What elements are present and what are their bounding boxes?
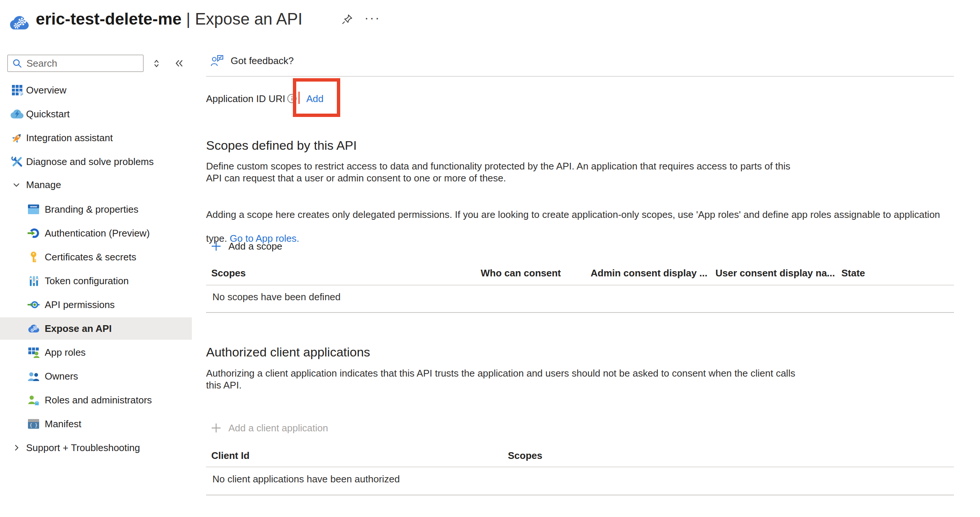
sidebar-item-label: Owners	[45, 371, 78, 382]
sidebar-item-token-configuration[interactable]: Token configuration	[0, 270, 192, 292]
sidebar-item-manifest[interactable]: { } Manifest	[0, 413, 192, 435]
sidebar-item-label: Authentication (Preview)	[45, 228, 150, 239]
sidebar-item-label: Branding & properties	[45, 204, 138, 215]
sidebar-item-label: Overview	[26, 84, 66, 96]
sidebar-item-label: Quickstart	[26, 108, 70, 120]
clients-empty-message: No client applications have been authori…	[212, 473, 400, 485]
sidebar-item-label: Roles and administrators	[45, 395, 152, 406]
svg-text:{ }: { }	[29, 423, 38, 428]
sliders-icon	[27, 274, 40, 287]
sidebar-item-app-roles[interactable]: App roles	[0, 342, 192, 363]
authorized-description: Authorizing a client application indicat…	[206, 367, 795, 391]
scopes-table-header-who-can-consent: Who can consent	[481, 268, 561, 279]
sidebar-item-label: Expose an API	[45, 323, 112, 335]
sidebar-item-label: Certificates & secrets	[45, 251, 136, 263]
page-title: eric-test-delete-me | Expose an API	[36, 10, 302, 28]
plus-icon	[210, 240, 223, 252]
application-id-uri-label: Application ID URI	[206, 93, 285, 105]
expand-collapse-all-icon[interactable]	[151, 58, 162, 68]
chevron-down-icon	[10, 180, 23, 190]
add-a-scope-button[interactable]: Add a scope	[210, 240, 282, 252]
quickstart-icon	[10, 108, 24, 120]
scopes-section-heading: Scopes defined by this API	[206, 138, 356, 153]
sidebar-item-expose-an-api[interactable]: Expose an API	[0, 317, 192, 340]
clients-table-header-divider	[206, 466, 954, 468]
add-a-client-application-button[interactable]: Add a client application	[210, 422, 328, 434]
authorized-section-heading: Authorized client applications	[206, 345, 370, 360]
svg-text:www: www	[30, 205, 37, 208]
sidebar-search	[8, 55, 143, 72]
expose-an-api-page: eric-test-delete-me | Expose an API ···	[0, 0, 980, 517]
tools-icon	[10, 155, 24, 168]
expose-api-cloud-gears-icon	[27, 323, 40, 335]
add-a-client-application-label: Add a client application	[228, 422, 328, 434]
manifest-icon: { }	[27, 418, 40, 430]
sidebar-group-manage[interactable]: Manage	[0, 174, 192, 195]
scopes-description: Define custom scopes to restrict access …	[206, 160, 790, 184]
roles-admin-icon	[27, 394, 40, 406]
clients-table-header-client-id: Client Id	[211, 450, 250, 461]
scopes-note: Adding a scope here creates only delegat…	[206, 197, 940, 244]
sidebar-item-roles-administrators[interactable]: Roles and administrators	[0, 389, 192, 411]
sidebar-item-overview[interactable]: Overview	[0, 79, 192, 101]
sidebar-item-integration-assistant[interactable]: Integration assistant	[0, 127, 192, 149]
annotation-red-box	[293, 78, 340, 117]
feedback-icon	[210, 54, 224, 67]
sidebar-item-label: Diagnose and solve problems	[26, 156, 154, 168]
chevron-right-icon	[10, 443, 23, 452]
clients-table-header-scopes: Scopes	[508, 450, 542, 461]
browser-www-icon: www	[27, 204, 40, 215]
plus-icon	[210, 422, 223, 434]
sidebar-item-diagnose[interactable]: Diagnose and solve problems	[0, 151, 192, 173]
sidebar-item-label: API permissions	[45, 299, 115, 311]
scopes-table-header-state: State	[842, 268, 865, 279]
sidebar-item-label: Integration assistant	[26, 132, 113, 144]
scopes-table-header-user-consent: User consent display na...	[716, 268, 835, 279]
sign-in-arrow-icon	[27, 227, 40, 239]
sidebar-group-support-troubleshooting[interactable]: Support + Troubleshooting	[0, 437, 192, 458]
scopes-table-header-admin-consent: Admin consent display ...	[590, 268, 708, 279]
app-roles-icon	[27, 346, 40, 359]
overview-icon	[10, 84, 24, 97]
toolbar-divider	[206, 76, 954, 77]
rocket-icon	[10, 132, 24, 144]
sidebar-item-branding[interactable]: www Branding & properties	[0, 198, 192, 220]
blade-name: Expose an API	[195, 10, 302, 28]
key-icon	[27, 251, 40, 263]
api-permissions-icon	[27, 298, 40, 311]
scopes-note-line1: Adding a scope here creates only delegat…	[206, 209, 940, 220]
sidebar-item-label: Token configuration	[45, 275, 129, 287]
pin-icon[interactable]	[341, 13, 353, 25]
add-a-scope-label: Add a scope	[228, 241, 282, 252]
app-name: eric-test-delete-me	[36, 10, 181, 28]
sidebar-group-label: Support + Troubleshooting	[26, 442, 140, 454]
scopes-empty-message: No scopes have been defined	[212, 291, 340, 303]
sidebar-item-label: Manifest	[45, 418, 81, 430]
title-separator: |	[181, 10, 195, 28]
sidebar-item-label: App roles	[45, 347, 86, 358]
got-feedback-button[interactable]: Got feedback?	[210, 54, 294, 67]
sidebar-item-api-permissions[interactable]: API permissions	[0, 294, 192, 316]
sidebar-item-authentication[interactable]: Authentication (Preview)	[0, 222, 192, 244]
sidebar-group-label: Manage	[26, 179, 61, 191]
scopes-table-header-scopes: Scopes	[211, 268, 246, 279]
scopes-table-bottom-divider	[206, 312, 954, 313]
search-input[interactable]	[8, 55, 143, 72]
collapse-sidebar-icon[interactable]	[173, 58, 185, 69]
scopes-table-header-divider	[206, 285, 954, 286]
sidebar-item-quickstart[interactable]: Quickstart	[0, 103, 192, 125]
sidebar-item-owners[interactable]: Owners	[0, 365, 192, 387]
got-feedback-label: Got feedback?	[231, 55, 294, 67]
clients-table-bottom-divider	[206, 495, 954, 495]
app-logo-cloud-gears-icon	[8, 13, 30, 33]
more-options-button[interactable]: ···	[364, 10, 380, 25]
owners-people-icon	[27, 370, 40, 382]
search-icon	[12, 58, 22, 68]
sidebar-item-certificates[interactable]: Certificates & secrets	[0, 246, 192, 268]
